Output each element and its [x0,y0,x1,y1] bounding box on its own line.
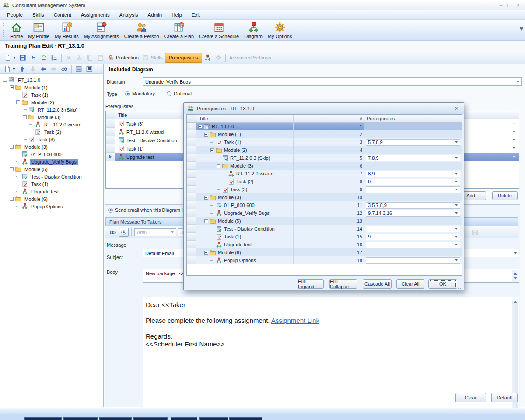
prereq-editor[interactable] [366,257,460,264]
taskbar-window-button[interactable] [229,417,262,420]
expander-icon[interactable] [10,197,14,201]
diagram-combo[interactable]: Upgrade_Verify Bugs [143,77,522,86]
delete-button[interactable] [64,53,74,63]
clear-all-button[interactable]: Clear All [396,279,424,289]
tree-item-module-1[interactable]: Module (1) [0,84,103,91]
preview-button[interactable] [119,228,129,237]
toolbar-create-a-schedule[interactable]: Create a Schedule [196,21,242,39]
tree-item-module-6[interactable]: Module (6) [0,195,103,203]
tree-item-rt-11-2-0-wizard[interactable]: RT_11.2.0 wizard [0,121,103,128]
export-button[interactable] [470,228,480,237]
dialog-title-bar[interactable]: Prerequisites - RT_13.1.0 ✕ [184,103,464,114]
menu-content[interactable]: Content [49,11,76,19]
expander-icon[interactable] [204,251,208,255]
dialog-row-upgrade-verify-bugs[interactable]: Upgrade_Verify Bugs129,7,14,3,16 [187,209,462,217]
default-button[interactable]: Default [491,393,518,402]
taskbar-window-button[interactable] [133,417,168,420]
prereq-editor[interactable] [366,186,460,193]
delete-button[interactable]: Delete [492,191,518,200]
save-button[interactable] [18,53,28,63]
type-radio-mandatory[interactable]: Mandatory [125,91,155,96]
dialog-row-module-5[interactable]: Module (5)13 [187,217,462,225]
dialog-row-module-2[interactable]: Module (2)4 [187,146,462,154]
up-button[interactable] [18,64,27,74]
prereq-editor[interactable]: 3,5,7,8,9 [366,202,460,209]
menu-analysis[interactable]: Analysis [115,11,143,19]
toolbar-my-assignments[interactable]: My Assignments [81,21,122,39]
prereq-editor[interactable]: 8,9 [366,171,460,177]
toolbar-home[interactable]: Home [7,21,25,39]
refresh-button[interactable] [39,53,49,63]
tree-item-task-1[interactable]: Task (1) [0,180,103,188]
skills-button[interactable]: Skills [141,53,164,63]
tree-item-test-display-condition[interactable]: Test - Display Condition [0,173,103,180]
taskbar-window-button[interactable] [99,417,132,420]
resize-grip[interactable] [458,284,463,289]
toolbar-create-a-person[interactable]: Create a Person [122,21,162,39]
menu-people[interactable]: People [2,11,28,19]
prereq-editor[interactable]: 7,8,9 [366,155,460,161]
dialog-row-upgrade-test[interactable]: Upgrade test16 [187,241,462,248]
taskbar-window-button[interactable] [24,417,62,420]
dialog-row-rt-13-1-0[interactable]: RT_13.1.01 [187,122,462,130]
tree-item-popup-options[interactable]: Popup Options [0,203,103,210]
cascade-all-button[interactable]: Cascade All [363,279,392,289]
menu-help[interactable]: Help [167,11,187,19]
maximize-button[interactable]: ▢ [507,3,511,7]
dialog-row-module-1[interactable]: Module (1)2 [187,130,462,138]
tree-item-module-5[interactable]: Module (5) [0,165,103,173]
prereq-editor[interactable]: 5,7,8,9 [366,139,460,146]
toolbar-diagram[interactable]: Diagram [242,21,265,39]
minimize-button[interactable]: – [500,3,502,7]
advanced-settings-button[interactable]: Advanced Settings [228,53,273,63]
tree-item-module-3[interactable]: Module (3) [0,143,103,150]
dialog-row-rt-11-2-0-3-skip[interactable]: RT_11.2.0 3 (Skip)57,8,9 [187,154,462,162]
expander-icon[interactable] [198,125,202,129]
assignment-link[interactable]: Assignment Link [271,317,319,324]
menu-assignments[interactable]: Assignments [76,11,115,19]
tree-item-module-3[interactable]: Module (3) [0,113,103,121]
toolbar-overflow-icon[interactable] [519,27,523,34]
menu-exit[interactable]: Exit [187,11,205,19]
outline-collapse-button[interactable] [74,64,84,74]
dialog-row-task-2[interactable]: Task (2)89 [187,178,462,186]
tree-item-task-2[interactable]: Task (2) [0,128,103,136]
tree-item-upgrade-test[interactable]: Upgrade test [0,188,103,195]
tree-item-upgrade-verify-bugs[interactable]: Upgrade_Verify Bugs [0,158,103,165]
toolbar-create-a-plan[interactable]: Create a Plan [162,21,196,39]
dialog-row-popup-options[interactable]: Popup Options18 [187,256,462,264]
tree-item-task-3[interactable]: Task (3) [0,136,103,143]
prereq-editor[interactable]: 9 [366,178,460,185]
expander-icon[interactable] [23,115,27,119]
prerequisites-button[interactable]: Prerequisites [165,53,202,63]
full-expand-button[interactable]: Full Expand [298,279,324,289]
outline-expand-button[interactable] [84,64,94,74]
expander-icon[interactable] [204,196,208,200]
dialog-row-module-6[interactable]: Module (6)17 [187,248,462,256]
taskbar-window-button[interactable] [200,417,228,420]
subject-scrollbar[interactable] [512,270,518,282]
protection-button[interactable]: Protection [106,53,140,63]
full-collapse-button[interactable]: Full Collapse [329,279,357,289]
left-button[interactable] [38,64,48,74]
dialog-row-task-1[interactable]: Task (1)159 [187,233,462,241]
expander-icon[interactable] [204,133,208,136]
expander-icon[interactable] [10,167,14,171]
list-button[interactable] [49,53,59,63]
cut-button[interactable] [74,53,84,63]
toolbar-my-profile[interactable]: My Profile [25,21,52,39]
paste-button[interactable] [95,53,105,63]
expander-icon[interactable] [204,219,208,223]
send-email-radio[interactable]: Send email when this Diagram is ava [108,207,194,213]
expander-icon[interactable] [16,100,20,104]
prereq-editor[interactable]: 9,7,14,3,16 [366,210,460,217]
taskbar-window-button[interactable] [63,417,98,420]
expander-icon[interactable] [10,85,14,89]
copy-button[interactable] [85,53,94,63]
tree-item-01-p-800-600[interactable]: 01-P_800-600 [0,150,103,158]
prereq-editor[interactable]: 9 [366,234,460,240]
ok-button[interactable]: OK [428,279,457,289]
dialog-row-module-3[interactable]: Module (3)6 [187,162,462,170]
tree-item-rt-13-1-0[interactable]: RT_13.1.0 [0,76,103,84]
close-button[interactable]: ✕ [517,3,520,7]
